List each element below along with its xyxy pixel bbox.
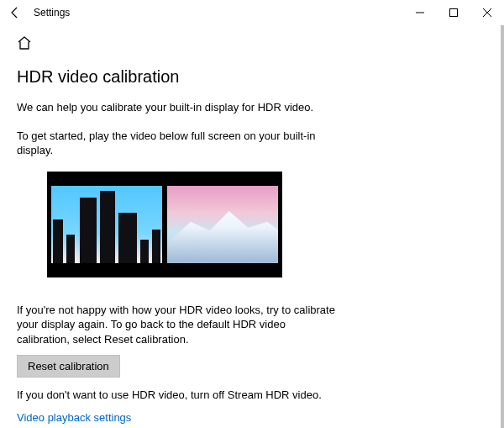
close-button[interactable]	[470, 0, 504, 25]
back-button[interactable]	[5, 3, 25, 23]
svg-rect-1	[450, 9, 458, 17]
turn-off-note: If you don't want to use HDR video, turn…	[17, 388, 336, 403]
reset-calibration-button[interactable]: Reset calibration	[17, 355, 120, 378]
instruction-text: To get started, play the video below ful…	[17, 129, 336, 158]
calibration-video-thumbnail[interactable]	[47, 172, 282, 277]
title-bar: Settings	[0, 0, 504, 25]
minimize-button[interactable]	[403, 0, 437, 25]
page-heading: HDR video calibration	[17, 67, 487, 87]
intro-text: We can help you calibrate your built-in …	[17, 100, 336, 115]
vertical-scrollbar[interactable]	[501, 25, 504, 428]
thumbnail-left-pane	[51, 186, 162, 263]
content-area: HDR video calibration We can help you ca…	[0, 25, 504, 428]
maximize-button[interactable]	[437, 0, 470, 25]
window-title: Settings	[34, 7, 70, 18]
calibration-note: If you're not happy with how your HDR vi…	[17, 303, 336, 347]
window-controls	[403, 0, 504, 25]
video-playback-settings-link[interactable]: Video playback settings	[17, 411, 487, 424]
home-button[interactable]	[15, 34, 34, 52]
thumbnail-right-pane	[167, 186, 278, 263]
